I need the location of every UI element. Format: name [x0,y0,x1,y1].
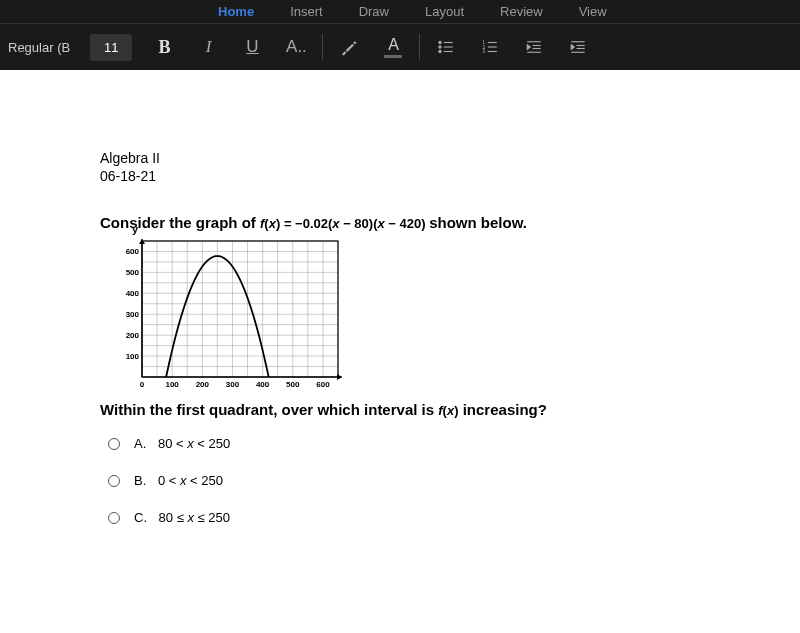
radio-button[interactable] [108,475,120,487]
svg-text:400: 400 [126,289,140,298]
bold-button[interactable]: B [142,30,186,64]
radio-button[interactable] [108,512,120,524]
svg-text:400: 400 [256,380,270,389]
separator [419,34,420,60]
svg-text:500: 500 [286,380,300,389]
option-row[interactable]: A. 80 < x < 250 [108,436,800,451]
question-prefix: Consider the graph of [100,214,260,231]
tab-view[interactable]: View [561,0,625,23]
svg-text:100: 100 [126,352,140,361]
svg-text:600: 600 [316,380,330,389]
svg-text:500: 500 [126,268,140,277]
svg-text:600: 600 [126,247,140,256]
chart: y 0100200300400500600100200300400500600 … [114,235,800,399]
answer-options: A. 80 < x < 250B. 0 < x < 250C. 80 ≤ x ≤… [100,436,800,525]
bullet-list-icon [437,38,455,56]
font-color-button[interactable]: A [371,30,415,64]
option-text: C. 80 ≤ x ≤ 250 [134,510,230,525]
font-color-letter: A [388,36,399,54]
svg-text:100: 100 [165,380,179,389]
format-row: Regular (B 11 B I U A.. A 123 [0,23,800,70]
ribbon-tabs: Home Insert Draw Layout Review View [0,0,800,23]
equation-text: f(x) = −0.02(x − 80)(x − 420) [260,216,429,231]
question-text: Consider the graph of f(x) = −0.02(x − 8… [100,214,800,231]
highlight-button[interactable] [327,30,371,64]
svg-text:200: 200 [126,331,140,340]
underline-button[interactable]: U [230,30,274,64]
svg-text:300: 300 [126,310,140,319]
numbered-list-icon: 123 [481,38,499,56]
document-page[interactable]: Algebra II 06-18-21 Consider the graph o… [0,70,800,525]
svg-text:300: 300 [226,380,240,389]
svg-text:200: 200 [196,380,210,389]
numbered-list-button[interactable]: 123 [468,30,512,64]
highlighter-icon [339,37,359,57]
indent-icon [569,38,587,56]
outdent-icon [525,38,543,56]
font-size-select[interactable]: 11 [90,34,132,61]
font-name-select[interactable]: Regular (B [0,36,90,59]
tab-home[interactable]: Home [200,0,272,23]
ribbon-toolbar: Home Insert Draw Layout Review View Regu… [0,0,800,70]
sub-question: Within the first quadrant, over which in… [100,401,800,418]
svg-point-0 [439,41,441,43]
indent-button[interactable] [556,30,600,64]
italic-button[interactable]: I [186,30,230,64]
question-suffix: shown below. [429,214,527,231]
option-text: B. 0 < x < 250 [134,473,223,488]
tab-review[interactable]: Review [482,0,561,23]
tab-insert[interactable]: Insert [272,0,341,23]
svg-point-1 [439,46,441,48]
parabola-chart: 0100200300400500600100200300400500600 [114,235,344,395]
outdent-button[interactable] [512,30,556,64]
svg-text:3: 3 [483,49,486,54]
option-text: A. 80 < x < 250 [134,436,230,451]
course-title: Algebra II [100,150,800,166]
bullet-list-button[interactable] [424,30,468,64]
font-color-bar [384,55,402,58]
document-date: 06-18-21 [100,168,800,184]
y-axis-label: y [132,223,138,235]
font-options-button[interactable]: A.. [274,30,318,64]
separator [322,34,323,60]
option-row[interactable]: C. 80 ≤ x ≤ 250 [108,510,800,525]
svg-point-2 [439,50,441,52]
svg-text:0: 0 [140,380,145,389]
radio-button[interactable] [108,438,120,450]
option-row[interactable]: B. 0 < x < 250 [108,473,800,488]
tab-draw[interactable]: Draw [341,0,407,23]
tab-layout[interactable]: Layout [407,0,482,23]
